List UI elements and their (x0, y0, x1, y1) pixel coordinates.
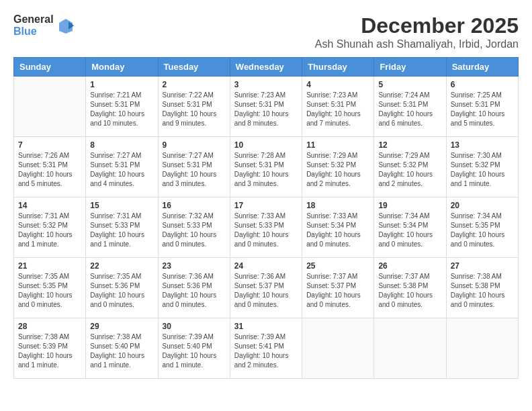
subtitle: Ash Shunah ash Shamaliyah, Irbid, Jordan (315, 38, 519, 50)
calendar-cell: 17Sunrise: 7:33 AM Sunset: 5:33 PM Dayli… (230, 197, 302, 258)
calendar-table: SundayMondayTuesdayWednesdayThursdayFrid… (13, 57, 519, 379)
cell-content: Sunrise: 7:29 AM Sunset: 5:32 PM Dayligh… (306, 151, 369, 189)
calendar-cell: 28Sunrise: 7:38 AM Sunset: 5:39 PM Dayli… (14, 318, 86, 379)
cell-content: Sunrise: 7:23 AM Sunset: 5:31 PM Dayligh… (234, 91, 298, 128)
week-row-0: 1Sunrise: 7:21 AM Sunset: 5:31 PM Daylig… (14, 77, 519, 137)
cell-content: Sunrise: 7:27 AM Sunset: 5:31 PM Dayligh… (90, 151, 153, 189)
calendar-cell: 15Sunrise: 7:31 AM Sunset: 5:33 PM Dayli… (86, 197, 158, 258)
logo-icon (56, 16, 75, 35)
day-number: 4 (306, 80, 369, 89)
day-number: 18 (306, 201, 369, 210)
calendar-cell: 16Sunrise: 7:32 AM Sunset: 5:33 PM Dayli… (158, 197, 230, 258)
day-number: 13 (451, 140, 514, 150)
calendar-cell (302, 318, 374, 379)
day-number: 24 (234, 261, 298, 271)
cell-content: Sunrise: 7:38 AM Sunset: 5:39 PM Dayligh… (18, 332, 81, 370)
calendar-cell: 22Sunrise: 7:35 AM Sunset: 5:36 PM Dayli… (86, 258, 158, 318)
day-number: 7 (18, 140, 81, 150)
cell-content: Sunrise: 7:35 AM Sunset: 5:35 PM Dayligh… (18, 272, 81, 310)
calendar-header-saturday: Saturday (446, 58, 518, 77)
calendar-header-friday: Friday (374, 58, 446, 77)
calendar-cell: 12Sunrise: 7:29 AM Sunset: 5:32 PM Dayli… (374, 137, 446, 197)
calendar-cell: 6Sunrise: 7:25 AM Sunset: 5:31 PM Daylig… (446, 77, 518, 137)
week-row-1: 7Sunrise: 7:26 AM Sunset: 5:31 PM Daylig… (14, 137, 519, 197)
main-title: December 2025 (315, 13, 519, 38)
calendar-cell: 31Sunrise: 7:39 AM Sunset: 5:41 PM Dayli… (230, 318, 302, 379)
calendar-header-thursday: Thursday (302, 58, 374, 77)
calendar-cell: 19Sunrise: 7:34 AM Sunset: 5:34 PM Dayli… (374, 197, 446, 258)
cell-content: Sunrise: 7:27 AM Sunset: 5:31 PM Dayligh… (163, 151, 226, 189)
day-number: 16 (163, 201, 226, 210)
calendar-cell: 14Sunrise: 7:31 AM Sunset: 5:32 PM Dayli… (14, 197, 86, 258)
week-row-2: 14Sunrise: 7:31 AM Sunset: 5:32 PM Dayli… (14, 197, 519, 258)
calendar-cell: 13Sunrise: 7:30 AM Sunset: 5:32 PM Dayli… (446, 137, 518, 197)
calendar-header-wednesday: Wednesday (230, 58, 302, 77)
calendar-cell: 24Sunrise: 7:36 AM Sunset: 5:37 PM Dayli… (230, 258, 302, 318)
day-number: 17 (234, 201, 298, 210)
cell-content: Sunrise: 7:23 AM Sunset: 5:31 PM Dayligh… (306, 91, 369, 128)
cell-content: Sunrise: 7:26 AM Sunset: 5:31 PM Dayligh… (18, 151, 81, 189)
cell-content: Sunrise: 7:30 AM Sunset: 5:32 PM Dayligh… (451, 151, 514, 189)
calendar-cell: 2Sunrise: 7:22 AM Sunset: 5:31 PM Daylig… (158, 77, 230, 137)
day-number: 22 (90, 261, 153, 271)
calendar-cell: 11Sunrise: 7:29 AM Sunset: 5:32 PM Dayli… (302, 137, 374, 197)
cell-content: Sunrise: 7:34 AM Sunset: 5:35 PM Dayligh… (451, 212, 514, 249)
day-number: 10 (234, 140, 298, 150)
day-number: 14 (18, 201, 81, 210)
cell-content: Sunrise: 7:28 AM Sunset: 5:31 PM Dayligh… (234, 151, 298, 189)
calendar-cell: 21Sunrise: 7:35 AM Sunset: 5:35 PM Dayli… (14, 258, 86, 318)
cell-content: Sunrise: 7:25 AM Sunset: 5:31 PM Dayligh… (451, 91, 514, 128)
calendar-cell: 20Sunrise: 7:34 AM Sunset: 5:35 PM Dayli… (446, 197, 518, 258)
calendar-cell: 8Sunrise: 7:27 AM Sunset: 5:31 PM Daylig… (86, 137, 158, 197)
logo: General Blue (13, 13, 75, 37)
calendar-cell: 5Sunrise: 7:24 AM Sunset: 5:31 PM Daylig… (374, 77, 446, 137)
calendar-cell: 30Sunrise: 7:39 AM Sunset: 5:40 PM Dayli… (158, 318, 230, 379)
cell-content: Sunrise: 7:29 AM Sunset: 5:32 PM Dayligh… (378, 151, 441, 189)
day-number: 12 (378, 140, 441, 150)
day-number: 19 (378, 201, 441, 210)
week-row-3: 21Sunrise: 7:35 AM Sunset: 5:35 PM Dayli… (14, 258, 519, 318)
cell-content: Sunrise: 7:37 AM Sunset: 5:38 PM Dayligh… (378, 272, 441, 310)
calendar-cell (14, 77, 86, 137)
day-number: 21 (18, 261, 81, 271)
calendar-cell: 25Sunrise: 7:37 AM Sunset: 5:37 PM Dayli… (302, 258, 374, 318)
day-number: 11 (306, 140, 369, 150)
title-area: December 2025 Ash Shunah ash Shamaliyah,… (315, 13, 519, 50)
cell-content: Sunrise: 7:34 AM Sunset: 5:34 PM Dayligh… (378, 212, 441, 249)
calendar-header-monday: Monday (86, 58, 158, 77)
day-number: 20 (451, 201, 514, 210)
cell-content: Sunrise: 7:24 AM Sunset: 5:31 PM Dayligh… (378, 91, 441, 128)
calendar-cell: 29Sunrise: 7:38 AM Sunset: 5:40 PM Dayli… (86, 318, 158, 379)
day-number: 5 (378, 80, 441, 89)
day-number: 27 (451, 261, 514, 271)
day-number: 3 (234, 80, 298, 89)
cell-content: Sunrise: 7:31 AM Sunset: 5:33 PM Dayligh… (90, 212, 153, 249)
day-number: 23 (163, 261, 226, 271)
day-number: 9 (163, 140, 226, 150)
calendar-cell: 27Sunrise: 7:38 AM Sunset: 5:38 PM Dayli… (446, 258, 518, 318)
cell-content: Sunrise: 7:39 AM Sunset: 5:40 PM Dayligh… (163, 332, 226, 370)
day-number: 15 (90, 201, 153, 210)
calendar-cell: 7Sunrise: 7:26 AM Sunset: 5:31 PM Daylig… (14, 137, 86, 197)
calendar-cell (446, 318, 518, 379)
calendar-header-sunday: Sunday (14, 58, 86, 77)
day-number: 29 (90, 322, 153, 331)
cell-content: Sunrise: 7:39 AM Sunset: 5:41 PM Dayligh… (234, 332, 298, 370)
calendar-cell: 4Sunrise: 7:23 AM Sunset: 5:31 PM Daylig… (302, 77, 374, 137)
calendar-cell: 10Sunrise: 7:28 AM Sunset: 5:31 PM Dayli… (230, 137, 302, 197)
cell-content: Sunrise: 7:22 AM Sunset: 5:31 PM Dayligh… (163, 91, 226, 128)
cell-content: Sunrise: 7:36 AM Sunset: 5:37 PM Dayligh… (234, 272, 298, 310)
calendar-cell (374, 318, 446, 379)
calendar-header-row: SundayMondayTuesdayWednesdayThursdayFrid… (14, 58, 519, 77)
cell-content: Sunrise: 7:35 AM Sunset: 5:36 PM Dayligh… (90, 272, 153, 310)
day-number: 8 (90, 140, 153, 150)
cell-content: Sunrise: 7:37 AM Sunset: 5:37 PM Dayligh… (306, 272, 369, 310)
calendar-cell: 1Sunrise: 7:21 AM Sunset: 5:31 PM Daylig… (86, 77, 158, 137)
calendar-cell: 18Sunrise: 7:33 AM Sunset: 5:34 PM Dayli… (302, 197, 374, 258)
calendar-cell: 23Sunrise: 7:36 AM Sunset: 5:36 PM Dayli… (158, 258, 230, 318)
cell-content: Sunrise: 7:32 AM Sunset: 5:33 PM Dayligh… (163, 212, 226, 249)
cell-content: Sunrise: 7:36 AM Sunset: 5:36 PM Dayligh… (163, 272, 226, 310)
cell-content: Sunrise: 7:33 AM Sunset: 5:34 PM Dayligh… (306, 212, 369, 249)
calendar-header-tuesday: Tuesday (158, 58, 230, 77)
day-number: 1 (90, 80, 153, 89)
